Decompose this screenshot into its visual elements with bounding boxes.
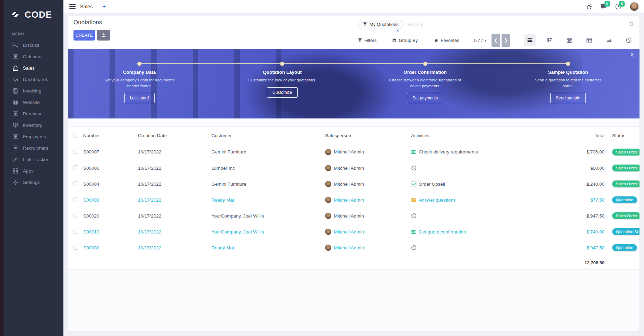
groupby-button[interactable]: Group By: [392, 38, 418, 43]
cell-date[interactable]: 10/17/2022: [137, 176, 210, 192]
cell-number[interactable]: S00003: [82, 192, 137, 208]
user-avatar[interactable]: [629, 2, 639, 11]
sidebar-item-website[interactable]: Website: [3, 97, 63, 108]
clock-icon[interactable]: [411, 165, 417, 171]
sidebar-item-apps[interactable]: Apps: [3, 165, 63, 177]
sidebar-item-settings[interactable]: Settings: [3, 177, 63, 188]
col-creation-date[interactable]: Creation Date: [137, 127, 210, 144]
status-badge[interactable]: Sales Order: [612, 149, 639, 156]
cell-number[interactable]: S00006: [82, 160, 137, 176]
cell-number[interactable]: S00007: [82, 144, 137, 160]
cell-date[interactable]: 10/17/2022: [137, 208, 210, 224]
messages-icon[interactable]: 5: [600, 3, 607, 10]
add-tab-button[interactable]: +: [102, 3, 106, 10]
cell-salesperson[interactable]: Mitchell Admin: [334, 149, 364, 154]
search-icon[interactable]: [629, 21, 635, 27]
table-row[interactable]: S0000710/17/2022Gemini FurnitureMitchell…: [68, 144, 639, 160]
col-status[interactable]: Status: [607, 127, 639, 144]
status-badge[interactable]: Quotation Sent: [612, 228, 639, 235]
view-graph-button[interactable]: [603, 34, 615, 46]
select-all-checkbox[interactable]: [73, 133, 78, 138]
view-activity-button[interactable]: [623, 34, 635, 46]
row-checkbox[interactable]: [73, 181, 78, 186]
cell-salesperson[interactable]: Mitchell Admin: [334, 197, 364, 203]
cell-number[interactable]: S00002: [82, 240, 137, 256]
view-kanban-button[interactable]: [544, 34, 556, 46]
cell-customer[interactable]: YourCompany, Joel Willis: [210, 208, 324, 224]
cell-date[interactable]: 10/17/2022: [137, 160, 210, 176]
sidebar-item-dashboards[interactable]: Dashboards: [3, 74, 63, 85]
filters-button[interactable]: Filters: [358, 38, 376, 43]
cell-activity-label[interactable]: Get quote confirmation: [419, 229, 466, 235]
view-list-button[interactable]: [524, 34, 536, 46]
sidebar-item-link-tracker[interactable]: Link Tracker: [3, 154, 63, 165]
view-calendar-button[interactable]: [564, 34, 575, 46]
cell-customer[interactable]: Lumber Inc: [210, 160, 324, 176]
col-number[interactable]: Number: [82, 127, 137, 144]
hamburger-menu-icon[interactable]: [69, 4, 76, 9]
view-pivot-button[interactable]: [583, 34, 595, 46]
cell-salesperson[interactable]: Mitchell Admin: [334, 182, 364, 187]
cell-customer[interactable]: Ready Mat: [210, 240, 324, 256]
col-customer[interactable]: Customer: [210, 127, 324, 144]
tasks-icon[interactable]: [411, 149, 417, 155]
table-row[interactable]: S0002010/17/2022YourCompany, Joel Willis…: [68, 208, 639, 224]
cell-salesperson[interactable]: Mitchell Admin: [334, 166, 364, 171]
table-row[interactable]: S0000410/17/2022Gemini FurnitureMitchell…: [68, 176, 639, 192]
brand-logo[interactable]: CODE: [3, 0, 63, 22]
status-badge[interactable]: Sales Order: [612, 212, 639, 219]
cell-activity-label[interactable]: Order Upsell: [419, 182, 445, 187]
step-action-button[interactable]: Set payments: [407, 93, 443, 103]
create-button[interactable]: CREATE: [73, 30, 95, 41]
cell-date[interactable]: 10/17/2022: [137, 224, 210, 240]
sidebar-item-purchase[interactable]: Purchase: [3, 108, 63, 120]
step-action-button[interactable]: Let's start!: [124, 93, 155, 103]
col-salesperson[interactable]: Salesperson: [324, 127, 410, 144]
pager-prev-button[interactable]: ❮: [491, 34, 500, 47]
cell-number[interactable]: S00019: [82, 224, 137, 240]
sidebar-item-discuss[interactable]: Discuss: [3, 39, 63, 51]
status-badge[interactable]: Quotation: [612, 196, 637, 203]
pager-next-button[interactable]: ❯: [502, 34, 510, 47]
cell-customer[interactable]: Gemini Furniture: [210, 144, 324, 160]
cell-date[interactable]: 10/17/2022: [137, 144, 210, 160]
row-checkbox[interactable]: [73, 149, 78, 154]
table-row[interactable]: S0001910/17/2022YourCompany, Joel Willis…: [68, 224, 639, 240]
cell-number[interactable]: S00020: [82, 208, 137, 224]
cell-date[interactable]: 10/17/2022: [137, 240, 210, 256]
sidebar-item-recruitment[interactable]: Recruitment: [3, 142, 63, 154]
cell-customer[interactable]: YourCompany, Joel Willis: [210, 224, 324, 240]
step-action-button[interactable]: Send sample: [550, 93, 586, 103]
cell-date[interactable]: 10/17/2022: [137, 192, 210, 208]
col-total[interactable]: Total: [555, 127, 607, 144]
row-checkbox[interactable]: [73, 197, 78, 202]
debug-bug-icon[interactable]: [586, 3, 593, 10]
status-badge[interactable]: Quotation: [612, 244, 637, 251]
mail-icon[interactable]: [411, 197, 417, 203]
cell-customer[interactable]: Ready Mat: [210, 192, 324, 208]
clock-icon[interactable]: [411, 245, 417, 250]
topbar-app-title[interactable]: Sales: [80, 4, 93, 9]
row-checkbox[interactable]: [73, 165, 78, 170]
export-button[interactable]: [97, 30, 110, 41]
facet-remove-icon[interactable]: x: [397, 28, 399, 32]
clock-icon[interactable]: [411, 213, 417, 219]
cell-activity-label[interactable]: Answer questions: [419, 197, 456, 203]
status-badge[interactable]: Sales Order: [612, 165, 639, 171]
row-checkbox[interactable]: [73, 245, 78, 250]
table-row[interactable]: S0000310/17/2022Ready MatMitchell AdminA…: [68, 192, 639, 208]
tasks-icon[interactable]: [411, 229, 417, 235]
cell-salesperson[interactable]: Mitchell Admin: [334, 229, 364, 235]
favorites-button[interactable]: Favorites: [434, 38, 459, 43]
cell-salesperson[interactable]: Mitchell Admin: [334, 245, 364, 250]
sidebar-item-inventory[interactable]: Inventory: [3, 120, 63, 131]
sidebar-item-employees[interactable]: Employees: [3, 131, 63, 142]
sidebar-item-calendar[interactable]: Calendar: [3, 51, 63, 62]
sidebar-item-sales[interactable]: Sales: [3, 62, 63, 74]
cell-customer[interactable]: Gemini Furniture: [210, 176, 324, 192]
col-activities[interactable]: Activities: [410, 127, 555, 144]
cell-number[interactable]: S00004: [82, 176, 137, 192]
row-checkbox[interactable]: [73, 229, 78, 234]
cell-salesperson[interactable]: Mitchell Admin: [334, 213, 364, 219]
cell-activity-label[interactable]: Check delivery requirements: [419, 149, 478, 154]
